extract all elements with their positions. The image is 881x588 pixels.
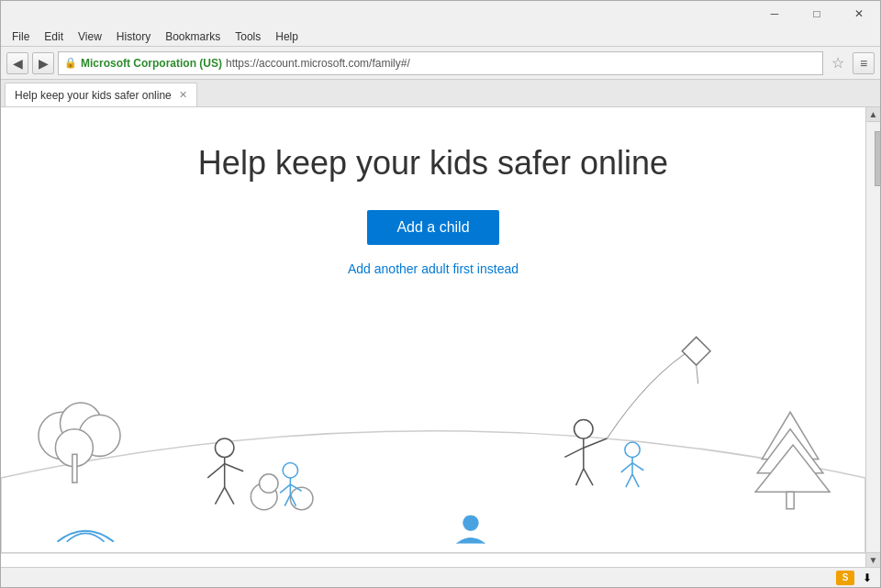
back-button[interactable]: ◀: [6, 52, 28, 74]
menu-bar: File Edit View History Bookmarks Tools H…: [1, 27, 880, 47]
svg-point-5: [215, 438, 233, 457]
browser-menu-button[interactable]: ≡: [853, 52, 875, 74]
menu-tools[interactable]: Tools: [228, 28, 268, 45]
menu-bookmarks[interactable]: Bookmarks: [158, 28, 228, 45]
forward-button[interactable]: ▶: [32, 52, 54, 74]
title-bar: ─ □ ✕ File Edit View History Bookmarks T…: [1, 1, 880, 107]
download-icon[interactable]: ⬇: [858, 571, 876, 585]
bookmark-button[interactable]: ☆: [827, 52, 849, 74]
menu-help[interactable]: Help: [268, 28, 306, 45]
scrollbar-grip3: [880, 162, 881, 166]
status-bar: S ⬇: [1, 567, 880, 587]
svg-line-26: [697, 365, 698, 383]
url-text: https://account.microsoft.com/family#/: [226, 57, 410, 70]
nav-bar: ◀ ▶ 🔒 Microsoft Corporation (US) https:/…: [1, 47, 880, 80]
lock-icon: 🔒: [64, 57, 77, 69]
main-content: Help keep your kids safer online Add a c…: [1, 107, 865, 567]
tab-title: Help keep your kids safer online: [15, 89, 172, 102]
content-area: Help keep your kids safer online Add a c…: [1, 107, 880, 567]
scrollbar: ▲ ▼: [865, 107, 880, 567]
illustration: [1, 276, 865, 567]
add-adult-link[interactable]: Add another adult first instead: [348, 261, 519, 276]
svg-point-27: [625, 442, 640, 457]
scrollbar-up-button[interactable]: ▲: [866, 107, 881, 122]
menu-file[interactable]: File: [5, 28, 37, 45]
active-tab[interactable]: Help keep your kids safer online ✕: [5, 83, 197, 106]
scrollbar-grip2: [880, 156, 881, 160]
page-title: Help keep your kids safer online: [198, 144, 668, 183]
menu-view[interactable]: View: [71, 28, 109, 45]
security-icon: S: [836, 571, 854, 585]
tab-bar: Help keep your kids safer online ✕: [1, 80, 880, 107]
menu-edit[interactable]: Edit: [37, 28, 71, 45]
browser-window: ─ □ ✕ File Edit View History Bookmarks T…: [0, 0, 881, 588]
minimize-button[interactable]: ─: [753, 1, 796, 27]
svg-point-37: [463, 516, 478, 530]
scrollbar-grip: [880, 150, 881, 153]
svg-point-12: [260, 474, 278, 493]
tab-close-button[interactable]: ✕: [179, 89, 187, 101]
scene-svg: [1, 276, 865, 567]
svg-point-14: [283, 463, 297, 478]
svg-rect-36: [786, 492, 794, 508]
site-name: Microsoft Corporation (US): [81, 57, 222, 70]
svg-rect-4: [72, 454, 77, 483]
add-child-button[interactable]: Add a child: [367, 210, 498, 245]
maximize-button[interactable]: □: [796, 1, 838, 27]
address-bar[interactable]: 🔒 Microsoft Corporation (US) https://acc…: [58, 51, 823, 75]
menu-history[interactable]: History: [109, 28, 158, 45]
close-button[interactable]: ✕: [838, 1, 880, 27]
svg-point-20: [574, 419, 593, 438]
scrollbar-down-button[interactable]: ▼: [866, 552, 881, 567]
